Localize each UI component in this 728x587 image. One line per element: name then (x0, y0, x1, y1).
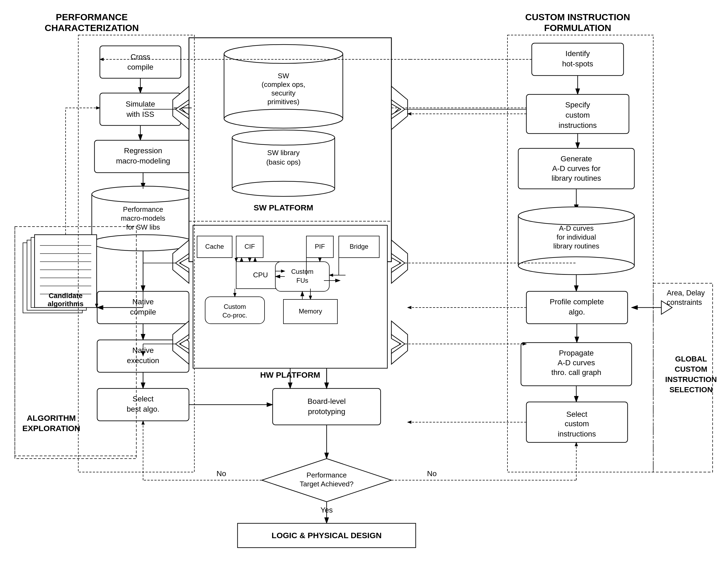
svg-text:Co-proc.: Co-proc. (222, 311, 247, 319)
svg-text:execution: execution (127, 356, 159, 365)
svg-text:compile: compile (130, 308, 156, 316)
svg-text:Regression: Regression (124, 146, 162, 155)
svg-text:SW PLATFORM: SW PLATFORM (253, 203, 313, 212)
svg-text:Propagate: Propagate (559, 349, 594, 357)
svg-text:with ISS: with ISS (126, 110, 154, 118)
svg-text:Performance: Performance (306, 471, 347, 479)
svg-text:A-D curves: A-D curves (559, 224, 594, 232)
svg-rect-123 (526, 291, 628, 324)
svg-text:Bridge: Bridge (349, 243, 368, 250)
svg-text:SW: SW (278, 72, 289, 80)
svg-text:Cross: Cross (130, 53, 150, 61)
svg-text:instructions: instructions (559, 121, 597, 130)
svg-text:CHARACTERIZATION: CHARACTERIZATION (45, 23, 139, 33)
svg-text:Specify: Specify (565, 101, 590, 109)
svg-text:CIF: CIF (245, 243, 255, 250)
svg-text:(complex ops,: (complex ops, (261, 80, 305, 89)
svg-text:algo.: algo. (569, 308, 585, 316)
svg-text:for individual: for individual (556, 233, 596, 241)
svg-text:CUSTOM: CUSTOM (675, 365, 707, 373)
svg-text:primitives): primitives) (268, 98, 299, 106)
svg-text:compile: compile (128, 63, 153, 71)
svg-point-65 (224, 109, 343, 128)
svg-text:A-D curves: A-D curves (558, 358, 595, 367)
svg-text:FORMULATION: FORMULATION (544, 23, 611, 33)
svg-text:Board-level: Board-level (308, 397, 346, 405)
svg-text:Candidate: Candidate (49, 291, 83, 300)
svg-text:Custom: Custom (291, 268, 314, 275)
svg-rect-15 (100, 46, 181, 78)
svg-text:constraints: constraints (667, 298, 702, 306)
svg-text:LOGIC & PHYSICAL DESIGN: LOGIC & PHYSICAL DESIGN (272, 531, 382, 540)
svg-text:Area, Delay: Area, Delay (667, 289, 705, 297)
main-diagram: PERFORMANCE CHARACTERIZATION CUSTOM INST… (0, 0, 728, 587)
svg-text:hot-spots: hot-spots (562, 60, 593, 68)
svg-text:Cache: Cache (205, 243, 224, 250)
svg-text:for SW libs: for SW libs (126, 223, 160, 231)
svg-text:INSTRUCTION: INSTRUCTION (665, 375, 716, 383)
svg-text:Generate: Generate (561, 155, 592, 163)
svg-text:Identify: Identify (566, 49, 590, 58)
svg-text:No: No (427, 469, 437, 478)
svg-text:Select: Select (566, 410, 587, 418)
svg-text:CUSTOM INSTRUCTION: CUSTOM INSTRUCTION (525, 12, 630, 22)
svg-text:EXPLORATION: EXPLORATION (22, 424, 80, 433)
svg-rect-102 (532, 43, 623, 75)
svg-point-71 (232, 130, 335, 145)
svg-point-72 (232, 181, 335, 196)
svg-text:thro. call graph: thro. call graph (551, 368, 601, 377)
svg-text:best algo.: best algo. (127, 405, 159, 413)
svg-text:Simulate: Simulate (126, 100, 155, 108)
svg-text:ALGORITHM: ALGORITHM (27, 414, 76, 422)
svg-text:instructions: instructions (558, 430, 596, 438)
svg-text:library routines: library routines (551, 174, 601, 182)
svg-text:prototyping: prototyping (308, 407, 345, 416)
svg-text:Performance: Performance (123, 205, 163, 213)
svg-text:macro-models: macro-models (121, 214, 165, 222)
svg-point-64 (224, 45, 343, 63)
svg-text:PERFORMANCE: PERFORMANCE (56, 12, 128, 22)
svg-text:Profile complete: Profile complete (550, 298, 604, 306)
svg-text:GLOBAL: GLOBAL (675, 355, 707, 363)
svg-rect-42 (97, 389, 189, 421)
svg-text:library routines: library routines (553, 242, 599, 250)
svg-rect-136 (273, 389, 381, 425)
svg-text:security: security (271, 89, 296, 97)
svg-text:(basic ops): (basic ops) (266, 158, 300, 166)
svg-text:custom: custom (565, 420, 589, 428)
svg-text:SW library: SW library (267, 149, 300, 157)
svg-text:CPU: CPU (253, 271, 268, 279)
svg-text:PIF: PIF (315, 243, 325, 250)
svg-point-118 (518, 257, 634, 275)
svg-text:Memory: Memory (299, 307, 322, 315)
svg-text:Target Achieved?: Target Achieved? (300, 480, 353, 488)
svg-text:custom: custom (566, 111, 590, 119)
svg-text:FUs: FUs (296, 277, 308, 284)
svg-text:No: No (217, 469, 226, 478)
svg-rect-23 (94, 140, 192, 173)
svg-text:macro-modeling: macro-modeling (116, 157, 170, 165)
svg-text:Select: Select (133, 395, 154, 403)
svg-text:A-D curves for: A-D curves for (552, 164, 600, 173)
svg-point-117 (518, 207, 634, 225)
svg-text:Custom: Custom (224, 303, 246, 310)
svg-rect-92 (205, 297, 265, 324)
svg-text:SELECTION: SELECTION (669, 385, 713, 394)
